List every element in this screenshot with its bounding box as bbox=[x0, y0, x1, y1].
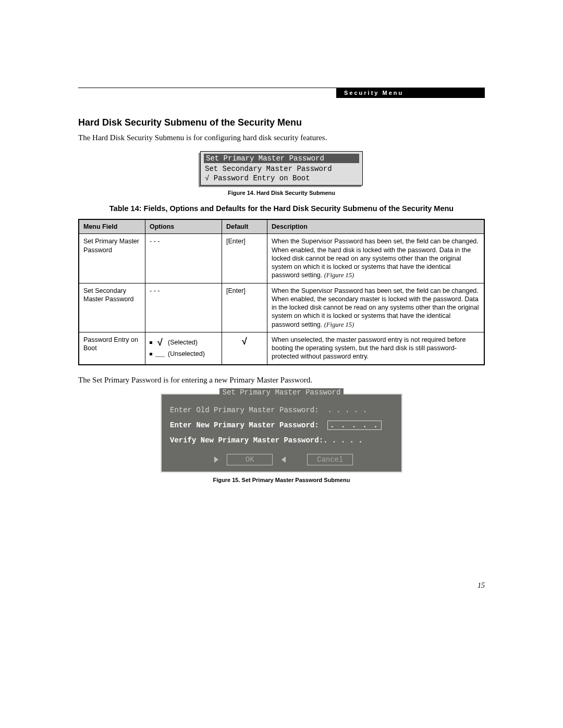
label-new-password: Enter New Primary Master Password: bbox=[170, 421, 319, 429]
dots: . . . . . bbox=[323, 436, 363, 445]
submenu-item: Set Secondary Master Password bbox=[201, 164, 362, 174]
description-text: When the Supervisor Password has been se… bbox=[272, 238, 479, 279]
cell-options: - - - bbox=[145, 234, 222, 283]
submenu-item-label: Password Entry on Boot bbox=[214, 174, 310, 182]
figure14-caption: Figure 14. Hard Disk Security Submenu bbox=[78, 190, 485, 196]
dialog-row-old: Enter Old Primary Master Password: . . .… bbox=[162, 403, 401, 417]
table-row: Password Entry on Boot √(Selected) (Unse… bbox=[79, 332, 484, 364]
check-icon: √ bbox=[240, 336, 249, 348]
option-unselected-label: (Unselected) bbox=[168, 350, 205, 358]
blank-icon bbox=[155, 351, 165, 357]
arrow-right-icon bbox=[214, 456, 218, 463]
cell-field: Set Primary Master Password bbox=[79, 234, 145, 283]
cell-default: [Enter] bbox=[222, 234, 267, 283]
check-icon: √ bbox=[155, 337, 165, 349]
cell-default: [Enter] bbox=[222, 283, 267, 332]
dialog-title: Set Primary Master Password bbox=[219, 388, 344, 397]
dialog-button-row: OK Cancel bbox=[162, 454, 401, 465]
arrow-left-icon bbox=[282, 456, 286, 463]
intro-paragraph: The Hard Disk Security Submenu is for co… bbox=[78, 132, 485, 143]
cell-description: When the Supervisor Password has been se… bbox=[267, 234, 485, 283]
table-row: Set Primary Master Password - - - [Enter… bbox=[79, 234, 484, 283]
submenu-item-selected: Set Primary Master Password bbox=[204, 154, 359, 163]
table14-title: Table 14: Fields, Options and Defaults f… bbox=[78, 204, 485, 213]
figure-reference: (Figure 15) bbox=[324, 272, 354, 279]
bullet-icon bbox=[150, 353, 152, 355]
password-input-box[interactable]: . . . . . bbox=[327, 421, 382, 430]
dialog-title-bar: Set Primary Master Password bbox=[162, 393, 401, 403]
dots: . . . . . bbox=[327, 406, 367, 414]
table14: Menu Field Options Default Description S… bbox=[78, 219, 485, 365]
table-header-row: Menu Field Options Default Description bbox=[79, 219, 484, 234]
col-options: Options bbox=[145, 219, 222, 234]
label-verify-password: Verify New Primary Master Password: bbox=[170, 436, 323, 445]
cell-default: √ bbox=[222, 332, 267, 364]
cell-field: Password Entry on Boot bbox=[79, 332, 145, 364]
cancel-button[interactable]: Cancel bbox=[307, 454, 353, 465]
ok-button[interactable]: OK bbox=[227, 454, 273, 465]
option-selected-label: (Selected) bbox=[168, 338, 198, 347]
section-heading: Hard Disk Security Submenu of the Securi… bbox=[78, 117, 485, 128]
table-row: Set Secondary Master Password - - - [Ent… bbox=[79, 283, 484, 332]
cell-description: When the Supervisor Password has been se… bbox=[267, 283, 485, 332]
description-text: When the Supervisor Password has been se… bbox=[272, 287, 479, 328]
page-number: 15 bbox=[478, 582, 485, 590]
figure15-caption: Figure 15. Set Primary Master Password S… bbox=[78, 477, 485, 483]
header-tag: Security Menu bbox=[336, 88, 485, 98]
submenu-item: √ Password Entry on Boot bbox=[201, 174, 362, 183]
cell-options: √(Selected) (Unselected) bbox=[145, 332, 222, 364]
col-description: Description bbox=[267, 219, 485, 234]
label-old-password: Enter Old Primary Master Password: bbox=[170, 406, 319, 414]
dialog-row-verify: Verify New Primary Master Password:. . .… bbox=[162, 433, 401, 448]
col-menu-field: Menu Field bbox=[79, 219, 145, 234]
figure-reference: (Figure 15) bbox=[324, 321, 354, 328]
paragraph-set-primary: The Set Primary Password is for entering… bbox=[78, 375, 485, 385]
figure14-submenu: Set Primary Master Password Set Secondar… bbox=[200, 151, 363, 186]
dialog-row-new: Enter New Primary Master Password: . . .… bbox=[162, 417, 401, 433]
cell-field: Set Secondary Master Password bbox=[79, 283, 145, 332]
cell-options: - - - bbox=[145, 283, 222, 332]
col-default: Default bbox=[222, 219, 267, 234]
figure15-dialog: Set Primary Master Password Enter Old Pr… bbox=[161, 393, 402, 473]
cell-description: When unselected, the master password ent… bbox=[267, 332, 485, 364]
document-page: Security Menu Hard Disk Security Submenu… bbox=[0, 0, 563, 728]
bullet-icon bbox=[150, 341, 152, 344]
